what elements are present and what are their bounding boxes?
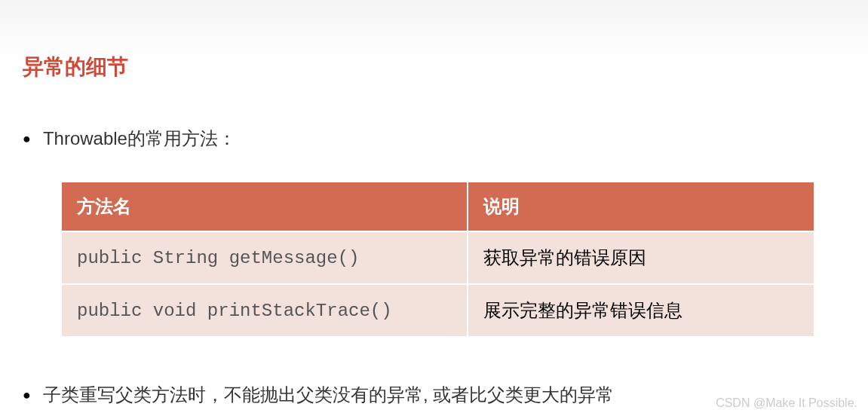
bullet-text: Throwable的常用方法： — [43, 127, 236, 151]
watermark: CSDN @Make It Possible. — [716, 396, 857, 410]
methods-table: 方法名 说明 public String getMessage() 获取异常的错… — [60, 181, 815, 338]
methods-table-wrapper: 方法名 说明 public String getMessage() 获取异常的错… — [60, 181, 815, 338]
cell-method: public String getMessage() — [61, 231, 468, 284]
table-header-row: 方法名 说明 — [61, 182, 814, 231]
th-method-name: 方法名 — [61, 182, 468, 231]
cell-desc: 展示完整的异常错误信息 — [468, 284, 814, 337]
bullet-item-throwable: Throwable的常用方法： — [23, 127, 845, 151]
cell-method: public void printStackTrace() — [61, 284, 468, 337]
th-description: 说明 — [468, 182, 814, 231]
section-heading: 异常的细节 — [23, 53, 845, 81]
bullet-text: 子类重写父类方法时，不能抛出父类没有的异常, 或者比父类更大的异常 — [43, 383, 614, 407]
table-row: public void printStackTrace() 展示完整的异常错误信… — [61, 284, 814, 337]
cell-desc: 获取异常的错误原因 — [468, 231, 814, 284]
table-row: public String getMessage() 获取异常的错误原因 — [61, 231, 814, 284]
